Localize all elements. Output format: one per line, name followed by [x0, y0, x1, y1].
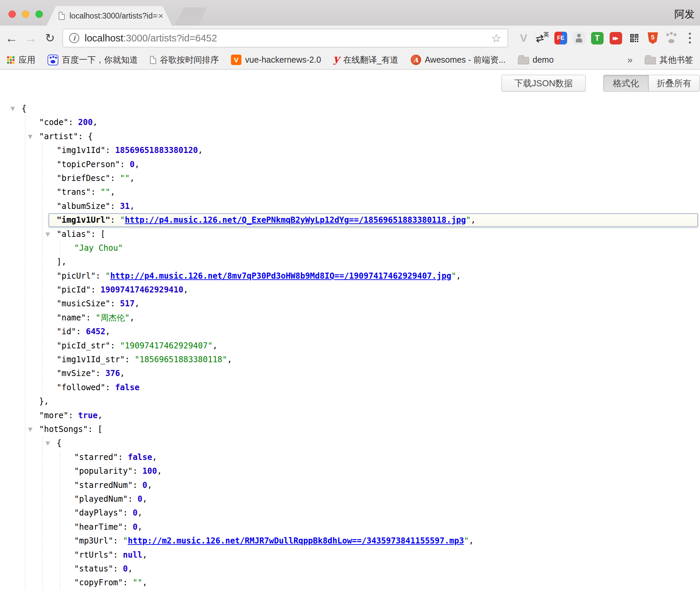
indent-guide [25, 520, 25, 534]
indent-guide [25, 478, 25, 492]
json-token: : [123, 578, 133, 587]
collapse-toggle-icon[interactable]: ▼ [10, 102, 15, 116]
indent-guide [42, 158, 43, 172]
json-token: "周杰伦" [96, 313, 130, 322]
collapse-toggle-icon[interactable]: ▼ [46, 227, 50, 241]
json-token: , [110, 187, 115, 197]
json-line: ▼{ [0, 436, 700, 450]
json-token: "status" [74, 564, 113, 573]
other-bookmarks[interactable]: 其他书签 [645, 54, 693, 65]
minimize-window-button[interactable] [22, 10, 29, 18]
json-token: 19097417462929410 [100, 285, 183, 294]
json-token: : [76, 327, 86, 336]
bookmark-google-sort[interactable]: 谷歌按时间排序 [150, 54, 219, 65]
html5-icon[interactable] [648, 32, 658, 44]
json-line: "more": true, [0, 409, 700, 423]
bookmark-apps[interactable]: 应用 [7, 54, 35, 65]
fe-helper-icon[interactable] [554, 32, 567, 44]
qrcode-icon[interactable] [628, 31, 641, 45]
bookmarks-overflow-chevron[interactable]: » [627, 55, 633, 65]
download-json-button[interactable]: 下载JSON数据 [501, 75, 586, 92]
indent-guide [42, 478, 43, 492]
json-token: "more" [39, 411, 68, 420]
json-token: , [456, 271, 461, 281]
json-token: : [106, 383, 115, 392]
json-line: ], [0, 255, 700, 269]
json-line: "name": "周杰伦", [0, 311, 700, 325]
json-token: , [138, 522, 142, 532]
apps-grid-icon [7, 56, 15, 64]
json-token: "popularity" [74, 466, 133, 476]
json-token: "18569651883380118" [135, 355, 227, 364]
format-button[interactable]: 格式化 [603, 75, 648, 92]
json-token: "mp3Url" [74, 536, 113, 546]
json-token: " [464, 536, 469, 546]
proxy-icon[interactable] [573, 32, 585, 44]
collapse-toggle-icon[interactable]: ▼ [28, 130, 32, 144]
view-mode-segmented-control: 格式化 折叠所有 [603, 75, 700, 92]
indent-guide [42, 227, 43, 241]
reload-icon[interactable] [43, 30, 57, 46]
json-link[interactable]: http://p4.music.126.net/8mv7qP30Pd3oHW8b… [110, 271, 451, 281]
player-icon[interactable] [610, 32, 622, 44]
tampermonkey-icon[interactable] [591, 32, 604, 44]
indent-guide [42, 325, 43, 339]
indent-guide [25, 297, 25, 311]
browser-tab[interactable]: localhost:3000/artists?id=645 × [47, 6, 172, 26]
back-icon[interactable] [5, 30, 18, 46]
json-token: , [130, 201, 135, 211]
json-link[interactable]: http://p4.music.126.net/Q_ExePNkmqB2yWyL… [125, 215, 466, 225]
bookmark-youdao[interactable]: 在线翻译_有道 [333, 54, 399, 65]
tab-close-icon[interactable]: × [158, 6, 163, 26]
indent-guide [25, 255, 25, 269]
bookmark-vue-hackernews[interactable]: vue-hackernews-2.0 [231, 55, 321, 65]
indent-guide [60, 562, 60, 576]
awesomes-icon [411, 55, 421, 65]
bookmark-awesomes[interactable]: Awesomes - 前端资... [411, 54, 506, 65]
bookmark-label: 应用 [19, 54, 35, 65]
indent-guide [60, 478, 60, 492]
indent-guide [42, 213, 43, 227]
json-token: 0 [130, 160, 135, 169]
indent-guide [25, 116, 25, 129]
forward-icon[interactable] [24, 30, 37, 46]
close-window-button[interactable] [8, 10, 16, 18]
collapse-toggle-icon[interactable]: ▼ [46, 436, 50, 450]
collapse-toggle-icon[interactable]: ▼ [28, 423, 32, 436]
indent-guide [25, 367, 25, 380]
json-link[interactable]: http://m2.music.126.net/RMJR7wDullRqppBk… [128, 536, 464, 546]
json-token: 100 [142, 466, 157, 476]
json-token: : [110, 201, 120, 211]
indent-guide [25, 213, 25, 227]
json-line: "img1v1Id": 18569651883380120, [0, 144, 700, 157]
bookmark-baidu[interactable]: 百度一下，你就知道 [48, 54, 138, 65]
menu-dots-icon[interactable] [683, 31, 697, 45]
indent-guide [42, 353, 43, 367]
json-line: "id": 6452, [0, 325, 700, 339]
indent-guide [60, 241, 60, 255]
tab-strip: localhost:3000/artists?id=645 × 阿发 [0, 0, 700, 26]
json-token: : [96, 369, 106, 378]
indent-guide [42, 255, 43, 269]
bookmark-star-icon[interactable] [491, 31, 501, 45]
vue-devtools-icon[interactable] [517, 31, 530, 45]
paw-icon[interactable] [665, 31, 678, 45]
bookmark-label: vue-hackernews-2.0 [245, 55, 321, 65]
indent-guide [42, 311, 43, 325]
translate-icon[interactable] [535, 31, 549, 45]
bookmark-demo-folder[interactable]: demo [518, 55, 554, 65]
json-line: "starredNum": 0, [0, 478, 700, 492]
indent-guide [42, 520, 43, 534]
indent-guide [60, 492, 60, 506]
address-bar[interactable]: i localhost:3000/artists?id=6452 [62, 29, 508, 48]
json-line: "topicPerson": 0, [0, 158, 700, 172]
json-token: : [110, 341, 120, 350]
indent-guide [25, 548, 25, 562]
json-token: "playedNum" [74, 494, 128, 504]
zoom-window-button[interactable] [35, 10, 43, 18]
new-tab-button[interactable] [176, 8, 206, 25]
collapse-all-button[interactable]: 折叠所有 [648, 75, 700, 92]
bookmark-label: demo [533, 55, 554, 65]
page-info-icon[interactable]: i [69, 33, 79, 43]
json-line: "img1v1Url": "http://p4.music.126.net/Q_… [0, 213, 700, 227]
